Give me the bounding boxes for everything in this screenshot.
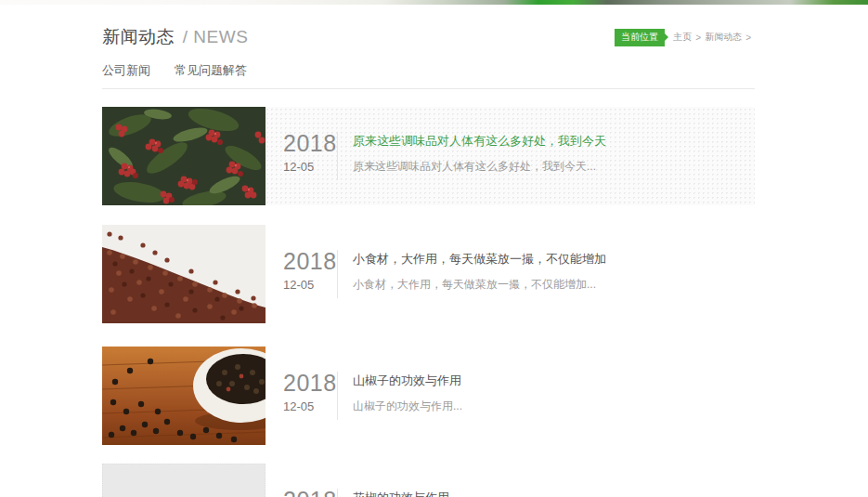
news-title-link[interactable]: 山椒子的功效与作用 — [353, 373, 755, 389]
news-text-block: 小食材，大作用，每天做菜放一撮，不仅能增加 小食材，大作用，每天做菜放一撮，不仅… — [353, 225, 755, 323]
news-date-day: 12-05 — [283, 399, 337, 413]
news-date-year: 2018 — [283, 250, 337, 273]
news-thumbnail-peppercorn-pile[interactable] — [102, 225, 266, 323]
news-list-item[interactable]: 2018 12-05 山椒子的功效与作用 山椒子的功效与作用... — [102, 347, 755, 445]
breadcrumb-separator: > — [745, 33, 751, 43]
page-header: 新闻动态 / NEWS 当前位置 主页 > 新闻动态 > — [102, 25, 755, 49]
breadcrumb-separator: > — [695, 33, 701, 43]
date-text-divider — [337, 489, 338, 497]
news-excerpt: 小食材，大作用，每天做菜放一撮，不仅能增加... — [353, 277, 755, 293]
news-date: 2018 12-05 — [283, 464, 337, 497]
news-category-tabs: 公司新闻 常见问题解答 — [102, 62, 755, 89]
news-date-year: 2018 — [283, 132, 337, 155]
news-excerpt: 原来这些调味品对人体有这么多好处，我到今天... — [353, 159, 755, 175]
news-list: 2018 12-05 原来这些调味品对人体有这么多好处，我到今天 原来这些调味品… — [102, 107, 755, 497]
breadcrumb-home-link[interactable]: 主页 — [673, 31, 692, 44]
news-page-container: 新闻动态 / NEWS 当前位置 主页 > 新闻动态 > 公司新闻 常见问题解答 — [102, 25, 755, 497]
news-date-day: 12-05 — [283, 278, 337, 292]
top-banner-image-edge — [0, 0, 868, 5]
news-excerpt: 山椒子的功效与作用... — [353, 399, 755, 414]
pepper-bowl-illustration — [102, 347, 266, 445]
news-list-item[interactable]: 2018 12-05 原来这些调味品对人体有这么多好处，我到今天 原来这些调味品… — [102, 107, 755, 205]
news-list-item[interactable]: 2018 12-05 花椒的功效与作用 — [102, 464, 755, 497]
news-text-block: 原来这些调味品对人体有这么多好处，我到今天 原来这些调味品对人体有这么多好处，我… — [353, 107, 755, 205]
page-title: 新闻动态 / NEWS — [102, 25, 248, 49]
news-text-block: 花椒的功效与作用 — [353, 464, 755, 497]
date-text-divider — [337, 132, 338, 180]
news-thumbnail-placeholder[interactable] — [102, 464, 266, 497]
breadcrumb: 当前位置 主页 > 新闻动态 > — [615, 29, 755, 46]
tab-faq[interactable]: 常见问题解答 — [175, 62, 247, 79]
news-thumbnail-pepper-berries[interactable] — [102, 107, 266, 205]
news-list-item[interactable]: 2018 12-05 小食材，大作用，每天做菜放一撮，不仅能增加 小食材，大作用… — [102, 225, 755, 323]
news-thumbnail-pepper-bowl[interactable] — [102, 347, 266, 445]
date-text-divider — [337, 250, 338, 298]
news-title-link[interactable]: 原来这些调味品对人体有这么多好处，我到今天 — [353, 133, 755, 150]
peppercorn-pile-illustration — [102, 225, 266, 323]
news-date: 2018 12-05 — [283, 107, 337, 205]
tab-company-news[interactable]: 公司新闻 — [102, 62, 150, 79]
breadcrumb-location-badge: 当前位置 — [615, 29, 665, 46]
page-title-en: / NEWS — [183, 27, 249, 46]
news-date: 2018 12-05 — [283, 347, 337, 445]
image-placeholder — [102, 464, 266, 497]
news-title-link[interactable]: 小食材，大作用，每天做菜放一撮，不仅能增加 — [353, 251, 755, 268]
news-text-block: 山椒子的功效与作用 山椒子的功效与作用... — [353, 347, 755, 445]
news-date-day: 12-05 — [283, 160, 337, 174]
pepper-berries-illustration — [102, 107, 266, 205]
news-title-link[interactable]: 花椒的功效与作用 — [353, 490, 755, 497]
news-date: 2018 12-05 — [283, 225, 337, 323]
date-text-divider — [337, 372, 338, 420]
news-date-year: 2018 — [283, 372, 337, 395]
breadcrumb-current-link[interactable]: 新闻动态 — [705, 31, 742, 44]
news-date-year: 2018 — [283, 489, 337, 497]
page-title-cn: 新闻动态 — [102, 27, 175, 46]
